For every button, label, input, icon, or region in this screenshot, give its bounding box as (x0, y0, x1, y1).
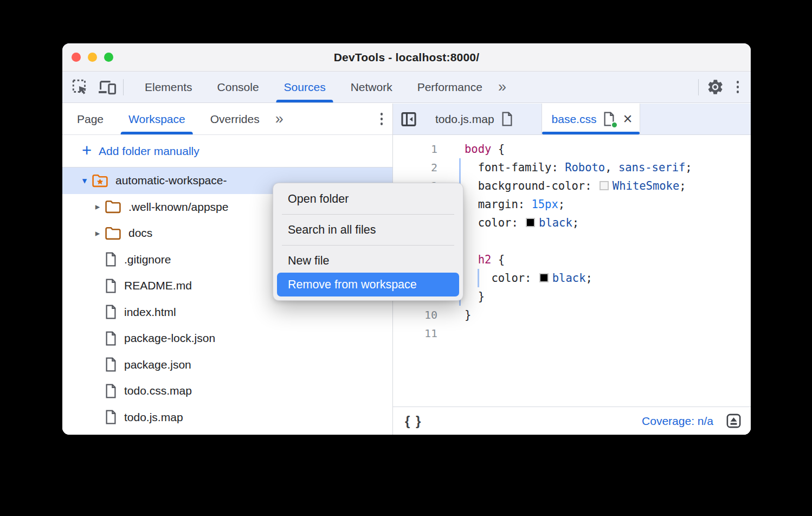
tab-workspace[interactable]: Workspace (116, 104, 198, 134)
tree-item-label: todo.css.map (124, 384, 192, 397)
code-line-2[interactable]: 2 font-family: Roboto, sans-serif; (393, 158, 751, 177)
tree-item-label: index.html (124, 306, 176, 319)
navigator-tabs: PageWorkspaceOverrides » (62, 104, 392, 135)
file-icon (105, 305, 117, 319)
navigator-kebab-icon[interactable] (376, 108, 388, 130)
menu-item-label: Remove from workspace (288, 278, 417, 292)
window-title: DevTools - localhost:8000/ (334, 51, 480, 64)
settings-gear-icon[interactable] (704, 76, 727, 99)
line-number: 10 (393, 308, 437, 321)
menu-item-label: Search in all files (288, 223, 376, 237)
editor-tab-label: base.css (552, 113, 597, 126)
line-number: 1 (393, 143, 437, 156)
tree-item-label: .gitignore (124, 253, 171, 266)
context-menu-item-open-folder[interactable]: Open folder (273, 187, 463, 211)
tree-item-label: todo.js.map (124, 411, 183, 424)
file-icon (105, 357, 117, 372)
code-text: font-family: Roboto, sans-serif; (437, 161, 692, 174)
tree-item-todo-css-map[interactable]: todo.css.map (62, 378, 392, 404)
color-swatch[interactable] (539, 273, 549, 282)
tab-label: Network (351, 81, 392, 94)
color-swatch[interactable] (526, 218, 535, 227)
toolbar-divider (123, 79, 124, 95)
navigator-more-tabs-icon[interactable]: » (272, 111, 287, 127)
selected-tab-underline (121, 132, 193, 134)
file-icon (105, 252, 117, 267)
more-tabs-icon[interactable]: » (495, 79, 510, 95)
pretty-print-icon[interactable]: { } (402, 414, 425, 429)
folder-icon (105, 199, 121, 214)
toolbar-right-divider (698, 79, 699, 95)
tree-item-label: .well-known/appspe (128, 201, 228, 214)
tab-elements[interactable]: Elements (132, 72, 205, 102)
tab-network[interactable]: Network (338, 72, 405, 102)
code-text: background-color: WhiteSmoke; (437, 179, 686, 192)
tab-page[interactable]: Page (65, 104, 116, 134)
tab-label: Sources (284, 81, 326, 94)
menu-item-label: New file (288, 254, 329, 268)
tree-item-label: README.md (124, 279, 192, 292)
line-number: 2 (393, 161, 437, 174)
traffic-lights (72, 43, 113, 71)
inspect-element-icon[interactable] (69, 76, 92, 99)
editor-tab-base-css[interactable]: base.css × (542, 104, 641, 134)
screen-background: { "window": { "title": "DevTools - local… (0, 0, 812, 516)
tab-label: Page (77, 113, 104, 126)
tree-item-label: automatic-workspace- (115, 174, 227, 187)
zoom-button[interactable] (104, 53, 113, 62)
document-icon (501, 112, 513, 126)
collapsed-triangle-icon[interactable]: ▸ (91, 201, 105, 212)
menu-item-label: Open folder (288, 192, 349, 206)
navigator-tabs-list: PageWorkspaceOverrides (65, 104, 272, 134)
main-menu-kebab-icon[interactable] (732, 76, 744, 98)
selected-tab-underline (276, 100, 333, 102)
coverage-link[interactable]: Coverage: n/a (642, 415, 713, 428)
editor-tab-strip: todo.js.map base.css × (393, 104, 751, 135)
color-swatch[interactable] (600, 181, 609, 190)
tree-item-todo-js-map[interactable]: todo.js.map (62, 404, 392, 431)
tab-overrides[interactable]: Overrides (198, 104, 272, 134)
close-button[interactable] (72, 53, 81, 62)
close-tab-icon[interactable]: × (623, 111, 632, 127)
workspace-linked-dot (611, 121, 618, 128)
add-folder-button[interactable]: + Add folder manually (62, 135, 392, 167)
context-menu-item-remove-from-workspace[interactable]: Remove from workspace (277, 273, 459, 296)
context-menu-item-new-file[interactable]: New file (273, 249, 463, 273)
editor-status-bar: { } Coverage: n/a (393, 407, 751, 435)
tab-label: Performance (417, 81, 482, 94)
indent-guide (478, 269, 479, 287)
folder-icon (105, 226, 121, 241)
main-toolbar: ElementsConsoleSourcesNetworkPerformance… (62, 72, 751, 103)
file-icon (105, 410, 117, 424)
expanded-triangle-icon[interactable]: ▾ (78, 175, 92, 186)
collapsed-triangle-icon[interactable]: ▸ (91, 228, 105, 239)
open-file-eject-icon[interactable] (725, 412, 742, 429)
main-toolbar-tabs: ElementsConsoleSourcesNetworkPerformance (132, 72, 495, 102)
minimize-button[interactable] (88, 53, 97, 62)
menu-separator (282, 214, 454, 215)
tree-item-package-lock-json[interactable]: package-lock.json (62, 325, 392, 352)
plus-icon: + (82, 142, 92, 159)
code-line-1[interactable]: 1body { (393, 140, 751, 158)
title-bar: DevTools - localhost:8000/ (62, 43, 751, 72)
file-icon (105, 279, 117, 293)
device-toolbar-icon[interactable] (96, 76, 119, 99)
line-number: 11 (393, 327, 437, 340)
tab-console[interactable]: Console (205, 72, 272, 102)
code-text: body { (437, 143, 505, 156)
tree-item-package-json[interactable]: package.json (62, 352, 392, 378)
code-line-11[interactable]: 11 (393, 324, 751, 343)
tree-item-index-html[interactable]: index.html (62, 299, 392, 326)
devtools-window: DevTools - localhost:8000/ ElementsConso… (62, 43, 751, 435)
context-menu-item-search-in-all-files[interactable]: Search in all files (273, 218, 463, 242)
tab-sources[interactable]: Sources (272, 72, 338, 102)
editor-tab-todo-js-map[interactable]: todo.js.map (424, 104, 524, 134)
tab-label: Elements (145, 81, 192, 94)
collapse-sidebar-icon[interactable] (393, 104, 424, 134)
tab-label: Console (217, 81, 259, 94)
tab-label: Overrides (210, 113, 260, 126)
code-line-10[interactable]: 10} (393, 306, 751, 324)
tab-performance[interactable]: Performance (405, 72, 495, 102)
workspace-folder-star-icon (92, 173, 108, 188)
document-linked-icon (603, 112, 615, 126)
